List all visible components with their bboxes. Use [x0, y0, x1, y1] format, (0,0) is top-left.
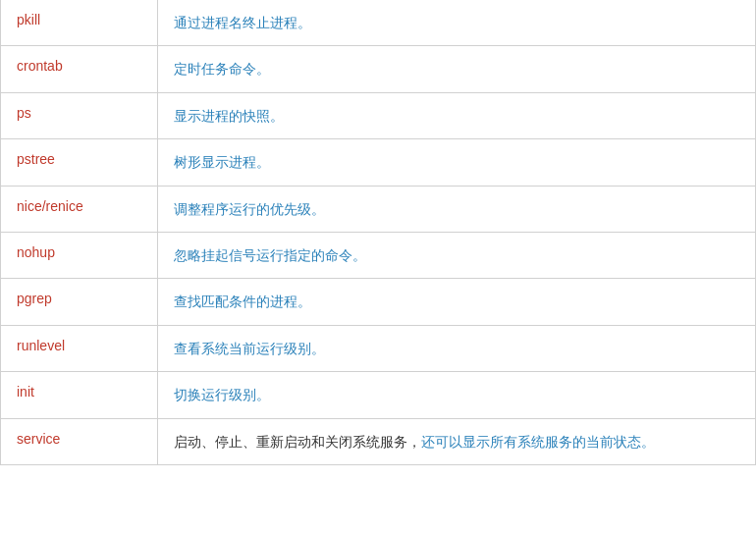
description-cell: 启动、停止、重新启动和关闭系统服务，还可以显示所有系统服务的当前状态。	[158, 418, 756, 464]
command-cell: runlevel	[1, 325, 158, 371]
table-row: pgrep查找匹配条件的进程。	[1, 279, 756, 325]
command-cell: pstree	[1, 139, 158, 186]
command-cell: nice/renice	[1, 186, 158, 232]
description-cell: 切换运行级别。	[158, 372, 756, 418]
commands-table: pkill通过进程名终止进程。crontab定时任务命令。ps显示进程的快照。p…	[0, 0, 756, 465]
table-row: pkill通过进程名终止进程。	[1, 0, 756, 46]
description-cell: 树形显示进程。	[158, 139, 756, 186]
description-cell: 查看系统当前运行级别。	[158, 325, 756, 371]
table-row: crontab定时任务命令。	[1, 46, 756, 92]
description-cell: 通过进程名终止进程。	[158, 0, 756, 46]
description-cell: 显示进程的快照。	[158, 92, 756, 138]
table-row: nohup忽略挂起信号运行指定的命令。	[1, 232, 756, 278]
desc-part2: 还可以显示所有系统服务的当前状态。	[421, 434, 655, 450]
description-cell: 调整程序运行的优先级。	[158, 186, 756, 232]
table-row: init切换运行级别。	[1, 372, 756, 418]
table-row: runlevel查看系统当前运行级别。	[1, 325, 756, 371]
command-cell: init	[1, 372, 158, 418]
desc-part1: 启动、停止、重新启动和关闭系统服务，	[174, 434, 421, 450]
command-cell: ps	[1, 92, 158, 138]
table-row: nice/renice调整程序运行的优先级。	[1, 186, 756, 232]
description-cell: 定时任务命令。	[158, 46, 756, 92]
table-row: ps显示进程的快照。	[1, 92, 756, 138]
description-cell: 忽略挂起信号运行指定的命令。	[158, 232, 756, 278]
table-row: service启动、停止、重新启动和关闭系统服务，还可以显示所有系统服务的当前状…	[1, 418, 756, 464]
table-row: pstree树形显示进程。	[1, 139, 756, 186]
command-cell: service	[1, 418, 158, 464]
command-cell: crontab	[1, 46, 158, 92]
command-cell: nohup	[1, 232, 158, 278]
command-cell: pkill	[1, 0, 158, 46]
description-cell: 查找匹配条件的进程。	[158, 279, 756, 325]
command-cell: pgrep	[1, 279, 158, 325]
